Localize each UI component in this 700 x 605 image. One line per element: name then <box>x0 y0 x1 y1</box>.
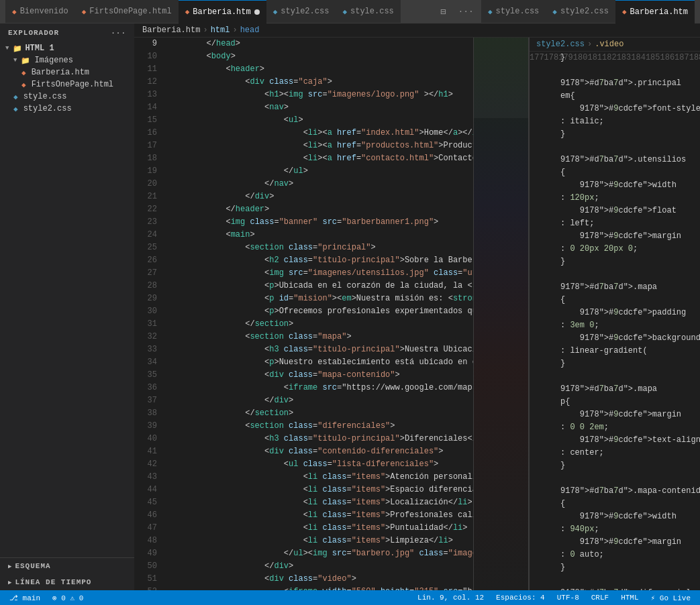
right-tab-style[interactable]: ◆ style.css <box>481 0 546 23</box>
status-right: Lin. 9, col. 12 Espacios: 4 UTF-8 CRLF H… <box>415 594 693 602</box>
sidebar-more-icon[interactable]: ··· <box>111 29 126 37</box>
arrow-down-icon: ▼ <box>5 45 9 52</box>
timeline-label: LÍNEA DE TIEMPO <box>15 578 91 586</box>
folder-label: Imágenes <box>34 56 73 65</box>
bc-item2: html <box>211 25 230 35</box>
sidebar-item-imagenes[interactable]: ▼ 📁 Imágenes <box>0 54 134 66</box>
root-label: HTML 1 <box>25 44 54 53</box>
arrow-right-icon: ▶ <box>8 563 12 570</box>
sidebar-item-style[interactable]: ◆ style.css <box>0 91 134 103</box>
tab-label: FirtsOnePage.html <box>89 7 171 16</box>
tab-label: Bienvenido <box>20 7 68 16</box>
title-bar: ◆ Bienvenido ◆ FirtsOnePage.html ◆ Barbe… <box>0 0 700 23</box>
line-numbers: 9101112131415161718192021222324252627282… <box>134 38 162 590</box>
minimap <box>473 38 528 590</box>
html-icon: ◆ <box>622 7 627 16</box>
go-live[interactable]: ⚡ Go Live <box>648 594 693 602</box>
cursor-position[interactable]: Lin. 9, col. 12 <box>415 594 487 602</box>
css-file-icon-sidebar: ◆ <box>13 93 18 101</box>
eol[interactable]: CRLF <box>589 594 611 602</box>
more-tabs-btn[interactable]: ··· <box>454 7 477 17</box>
folder-icon2: 📁 <box>21 56 30 65</box>
rbc-item1: style2.css <box>536 40 585 49</box>
bc-sep2: › <box>232 25 237 35</box>
css-icon2: ◆ <box>552 7 557 16</box>
sidebar-item-barberia[interactable]: ◆ Barbería.htm <box>0 66 134 78</box>
css-file-icon2: ◆ <box>342 7 347 16</box>
breadcrumb: Barberia.htm › html › head <box>134 23 700 38</box>
left-editor-pane: 9101112131415161718192021222324252627282… <box>134 38 528 590</box>
right-code-body[interactable]: 1771781791801811821831841851861871881891… <box>530 52 700 590</box>
file-label2: FirtsOnePage.html <box>32 80 113 89</box>
esquema-label: ESQUEMA <box>15 562 50 570</box>
left-editor-body[interactable]: 9101112131415161718192021222324252627282… <box>134 38 528 590</box>
bc-item3: head <box>240 25 260 35</box>
tab-barberia[interactable]: ◆ Barberia.htm <box>179 0 266 23</box>
tab-style2[interactable]: ◆ style2.css <box>266 0 336 23</box>
tab-style[interactable]: ◆ style.css <box>336 0 400 23</box>
sidebar-item-style2[interactable]: ◆ style2.css <box>0 103 134 115</box>
bc-sep1: › <box>203 25 207 35</box>
tab-label: Barberia.htm <box>193 7 250 17</box>
spaces[interactable]: Espacios: 4 <box>493 594 548 602</box>
rbc-sep: › <box>587 40 592 49</box>
right-tab-style2[interactable]: ◆ style2.css <box>546 0 615 23</box>
split-view-btn[interactable]: ⊟ <box>435 6 451 17</box>
css-icon: ◆ <box>488 7 493 16</box>
sidebar-item-firtsone[interactable]: ◆ FirtsOnePage.html <box>0 78 134 91</box>
sidebar-content: ▼ 📁 HTML 1 ▼ 📁 Imágenes ◆ Barbería.htm ◆… <box>0 42 134 115</box>
sidebar: EXPLORADOR ··· ▼ 📁 HTML 1 ▼ 📁 Imágenes ◆… <box>0 23 134 590</box>
sidebar-root[interactable]: ▼ 📁 HTML 1 <box>0 42 134 54</box>
sidebar-header: EXPLORADOR ··· <box>0 23 134 42</box>
file-label4: style2.css <box>23 104 72 113</box>
folder-icon: 📁 <box>13 44 22 53</box>
css-file-icon: ◆ <box>273 7 278 16</box>
right-editor-pane: style2.css › .video 17717817918018118218… <box>529 38 700 590</box>
arrow-down-icon: ▼ <box>13 57 17 64</box>
tab-label: style2.css <box>560 7 609 16</box>
file-label: Barbería.htm <box>32 68 89 77</box>
bc-item1: Barberia.htm <box>142 25 200 35</box>
html-file-icon-sidebar2: ◆ <box>21 80 26 89</box>
language[interactable]: HTML <box>618 594 641 602</box>
tab-label: Barberia.htm <box>630 7 688 17</box>
code-content[interactable]: </head> <body> <header> <div class="caja… <box>162 38 473 590</box>
main-layout: EXPLORADOR ··· ▼ 📁 HTML 1 ▼ 📁 Imágenes ◆… <box>0 23 700 590</box>
right-tab-barberia[interactable]: ◆ Barberia.htm <box>615 0 695 23</box>
editor-area: Barberia.htm › html › head 9101112131415… <box>134 23 700 590</box>
right-line-numbers: 1771781791801811821831841851861871881891… <box>530 52 555 590</box>
editor-tabs-group: ◆ Bienvenido ◆ FirtsOnePage.html ◆ Barbe… <box>5 0 432 23</box>
tab-label: style2.css <box>281 7 329 16</box>
right-tabs-group: ◆ style.css ◆ style2.css ◆ Barberia.htm <box>481 0 695 23</box>
rbc-item2: .video <box>595 40 623 49</box>
file-label3: style.css <box>23 92 67 101</box>
status-left: ⎇ main ⊗ 0 ⚠ 0 <box>7 594 86 602</box>
sidebar-timeline[interactable]: ▶ LÍNEA DE TIEMPO <box>0 574 134 590</box>
editors-row: 9101112131415161718192021222324252627282… <box>134 38 700 590</box>
tab-label: style.css <box>350 7 394 16</box>
html-file-icon-sidebar: ◆ <box>21 68 26 77</box>
css-file-icon-sidebar2: ◆ <box>13 105 18 113</box>
sidebar-bottom: ▶ ESQUEMA ▶ LÍNEA DE TIEMPO <box>0 557 134 590</box>
tab-firtsone[interactable]: ◆ FirtsOnePage.html <box>75 0 179 23</box>
sidebar-esquema[interactable]: ▶ ESQUEMA <box>0 558 134 574</box>
git-branch[interactable]: ⎇ main <box>7 594 43 602</box>
sidebar-title: EXPLORADOR <box>8 29 59 37</box>
right-breadcrumb: style2.css › .video <box>530 38 700 52</box>
error-count[interactable]: ⊗ 0 ⚠ 0 <box>50 594 86 602</box>
html-file-icon3: ◆ <box>185 7 190 16</box>
tab-bienvenido[interactable]: ◆ Bienvenido <box>5 0 75 23</box>
tab-modified-dot <box>254 9 260 15</box>
html-file-icon: ◆ <box>12 7 17 16</box>
html-file-icon2: ◆ <box>82 7 87 16</box>
encoding[interactable]: UTF-8 <box>554 594 582 602</box>
arrow-right-icon2: ▶ <box>8 579 12 586</box>
tab-label: style.css <box>496 7 540 16</box>
status-bar: ⎇ main ⊗ 0 ⚠ 0 Lin. 9, col. 12 Espacios:… <box>0 590 700 605</box>
right-code-content[interactable]: }9178">#d7ba7d">.principal em{ 9178">#9c… <box>555 52 700 590</box>
